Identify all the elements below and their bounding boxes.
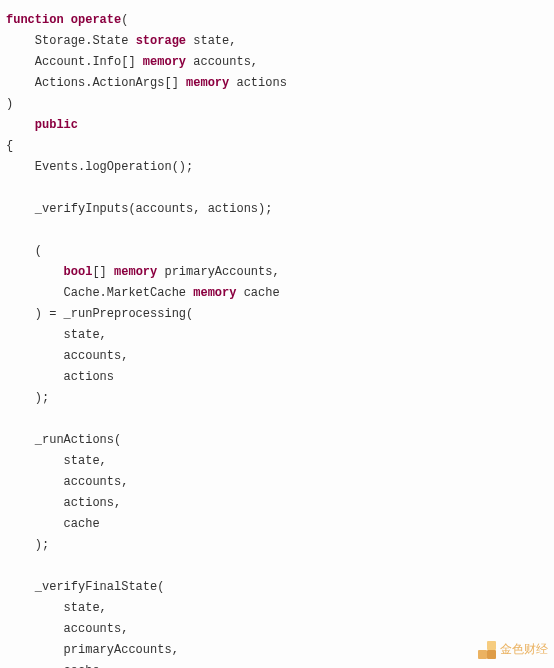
keyword-token: memory xyxy=(186,76,229,90)
keyword-token: memory xyxy=(114,265,157,279)
keyword-token: public xyxy=(35,118,78,132)
function-name-token: operate xyxy=(71,13,121,27)
keyword-token: function xyxy=(6,13,64,27)
watermark-logo-icon xyxy=(478,641,496,659)
keyword-token: memory xyxy=(193,286,236,300)
watermark-text: 金色财经 xyxy=(500,639,548,660)
watermark: 金色财经 xyxy=(478,639,548,660)
code-block: function operate( Storage.State storage … xyxy=(6,10,554,668)
keyword-token: storage xyxy=(136,34,186,48)
keyword-token: memory xyxy=(143,55,186,69)
keyword-token: bool xyxy=(64,265,93,279)
